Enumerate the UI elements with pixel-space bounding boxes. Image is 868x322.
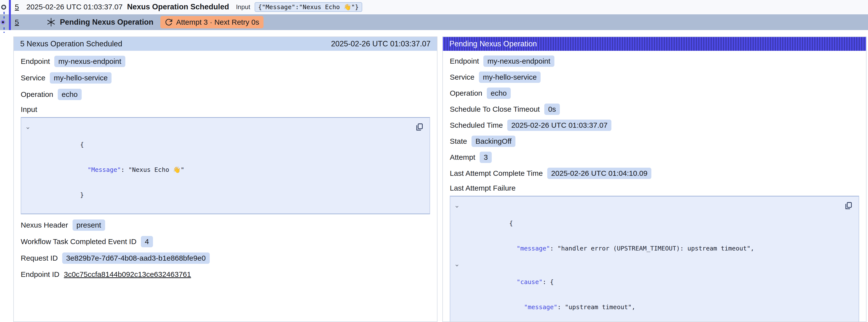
- field-label: Schedule To Close Timeout: [450, 105, 540, 114]
- event-row-scheduled[interactable]: 5 2025-02-26 UTC 01:03:37.07 Nexus Opera…: [0, 0, 868, 14]
- field-value-chip: 0s: [544, 103, 560, 115]
- retry-attempt-badge: Attempt 3 · Next Retry 0s: [160, 16, 264, 28]
- field-label: Last Attempt Complete Time: [450, 169, 543, 178]
- field-label: Service: [21, 74, 45, 82]
- json-key: "message": [524, 303, 557, 311]
- copy-button[interactable]: [844, 201, 853, 210]
- input-block: Input { "Message": "Nexus Echo 👋" }: [21, 105, 430, 214]
- field-value-chip: 2025-02-26 UTC 01:03:37.07: [507, 120, 611, 131]
- endpoint-id-link[interactable]: 3c0c75ccfa8144b092c13ce632463761: [64, 270, 191, 279]
- code-line: {: [450, 202, 836, 236]
- field-nexus-header: Nexus Header present: [21, 219, 430, 231]
- event-input-label: Input: [236, 3, 250, 11]
- scheduled-panel-body: Endpoint my-nexus-endpoint Service my-he…: [14, 51, 437, 287]
- code-line: }: [21, 183, 407, 207]
- field-value-chip: my-nexus-endpoint: [483, 56, 554, 67]
- field-value-chip: 2025-02-26 UTC 01:04:10.09: [547, 168, 651, 179]
- collapse-chevron-icon[interactable]: [454, 204, 460, 210]
- failure-code-viewer: { "message": "handler error (UPSTREAM_TI…: [450, 196, 859, 322]
- json-key: "cause": [517, 278, 542, 286]
- field-service: Service my-hello-service: [21, 72, 430, 84]
- field-label: Service: [450, 73, 474, 82]
- pending-event-title: Pending Nexus Operation: [60, 18, 153, 27]
- event-history: 5 2025-02-26 UTC 01:03:37.07 Nexus Opera…: [0, 0, 868, 30]
- field-value-chip: my-hello-service: [50, 72, 112, 84]
- field-value-chip: 3e829b7e-7d67-4b08-aad3-b1e868bfe9e0: [62, 253, 210, 264]
- event-row-pending[interactable]: 5 Pending Nexus Operation Attempt 3 · Ne…: [0, 14, 868, 30]
- field-label: Request ID: [21, 254, 58, 262]
- field-label: Endpoint ID: [21, 270, 59, 279]
- field-label: Nexus Header: [21, 221, 68, 229]
- field-value-chip: 4: [141, 236, 153, 247]
- input-code-viewer: { "Message": "Nexus Echo 👋" }: [21, 117, 430, 214]
- pending-operation-panel: Pending Nexus Operation Endpoint my-nexu…: [442, 36, 867, 322]
- field-state: State BackingOff: [450, 136, 859, 147]
- json-key: "Message": [88, 166, 121, 173]
- field-value-chip: my-nexus-endpoint: [54, 56, 125, 67]
- field-label: Operation: [450, 89, 483, 97]
- field-value-chip: echo: [58, 89, 82, 100]
- event-input-chip: {"Message":"Nexus Echo 👋"}: [255, 2, 362, 12]
- field-label: Endpoint: [450, 57, 479, 65]
- scheduled-panel-title: 5 Nexus Operation Scheduled: [20, 39, 122, 48]
- field-last-attempt-complete-time: Last Attempt Complete Time 2025-02-26 UT…: [450, 168, 859, 179]
- json-text: {: [80, 141, 84, 148]
- field-label: State: [450, 137, 467, 146]
- failure-block-label: Last Attempt Failure: [450, 184, 859, 192]
- copy-icon: [844, 201, 852, 210]
- field-value-chip: echo: [487, 88, 511, 99]
- retry-icon: [165, 18, 173, 26]
- scheduled-panel-header: 5 Nexus Operation Scheduled 2025-02-26 U…: [14, 37, 437, 51]
- scheduled-event-panel: 5 Nexus Operation Scheduled 2025-02-26 U…: [13, 36, 437, 322]
- input-block-label: Input: [21, 105, 430, 114]
- code-line: "message": "handler error (UPSTREAM_TIME…: [450, 236, 836, 261]
- field-label: Workflow Task Completed Event ID: [21, 237, 136, 246]
- event-detail-panels: 5 Nexus Operation Scheduled 2025-02-26 U…: [13, 36, 867, 322]
- field-value-chip: present: [72, 219, 105, 231]
- code-line: "message": "upstream timeout",: [450, 295, 836, 320]
- json-text: : {: [542, 278, 554, 286]
- field-endpoint: Endpoint my-nexus-endpoint: [450, 56, 859, 67]
- field-schedule-to-close-timeout: Schedule To Close Timeout 0s: [450, 104, 859, 115]
- json-text: : "upstream timeout",: [557, 303, 636, 311]
- field-label: Attempt: [450, 153, 475, 161]
- collapse-chevron-icon[interactable]: [454, 263, 460, 268]
- field-request-id: Request ID 3e829b7e-7d67-4b08-aad3-b1e86…: [21, 253, 430, 264]
- json-text: : "Nexus Echo 👋": [121, 166, 184, 173]
- copy-icon: [415, 123, 424, 131]
- retry-badge-label: Attempt 3 · Next Retry 0s: [176, 18, 259, 26]
- field-scheduled-time: Scheduled Time 2025-02-26 UTC 01:03:37.0…: [450, 120, 859, 131]
- pending-spinner-icon: [46, 18, 56, 27]
- event-id-link[interactable]: 5: [15, 18, 19, 26]
- field-operation: Operation echo: [21, 89, 430, 100]
- json-text: {: [509, 220, 513, 227]
- json-text: }: [80, 191, 84, 198]
- event-timestamp: 2025-02-26 UTC 01:03:37.07: [26, 3, 123, 11]
- field-value-chip: 3: [479, 152, 492, 163]
- code-line: "applicationFailureInfo": {: [450, 320, 836, 322]
- pending-panel-header: Pending Nexus Operation: [443, 37, 866, 51]
- field-label: Operation: [21, 90, 53, 99]
- event-id-link[interactable]: 5: [15, 3, 19, 11]
- json-text: : "handler error (UPSTREAM_TIMEOUT): ups…: [550, 245, 754, 252]
- event-title: Nexus Operation Scheduled: [127, 2, 229, 11]
- pending-panel-title: Pending Nexus Operation: [449, 39, 537, 48]
- pending-panel-body: Endpoint my-nexus-endpoint Service my-he…: [443, 51, 866, 322]
- field-service: Service my-hello-service: [450, 72, 859, 83]
- code-line: {: [21, 124, 407, 157]
- field-operation: Operation echo: [450, 88, 859, 99]
- field-label: Endpoint: [21, 57, 50, 66]
- last-attempt-failure-block: Last Attempt Failure { "message": "handl…: [450, 184, 859, 322]
- field-value-chip: BackingOff: [471, 136, 516, 147]
- field-endpoint: Endpoint my-nexus-endpoint: [21, 56, 430, 67]
- field-attempt: Attempt 3: [450, 152, 859, 163]
- copy-button[interactable]: [415, 123, 424, 132]
- field-endpoint-id: Endpoint ID 3c0c75ccfa8144b092c13ce63246…: [21, 269, 430, 280]
- field-workflow-task-completed-event-id: Workflow Task Completed Event ID 4: [21, 236, 430, 247]
- field-value-chip: my-hello-service: [479, 71, 540, 83]
- scheduled-panel-timestamp: 2025-02-26 UTC 01:03:37.07: [331, 39, 431, 48]
- json-key: "message": [517, 245, 550, 252]
- field-label: Scheduled Time: [450, 121, 503, 129]
- code-line: "Message": "Nexus Echo 👋": [21, 157, 407, 183]
- collapse-chevron-icon[interactable]: [25, 126, 31, 131]
